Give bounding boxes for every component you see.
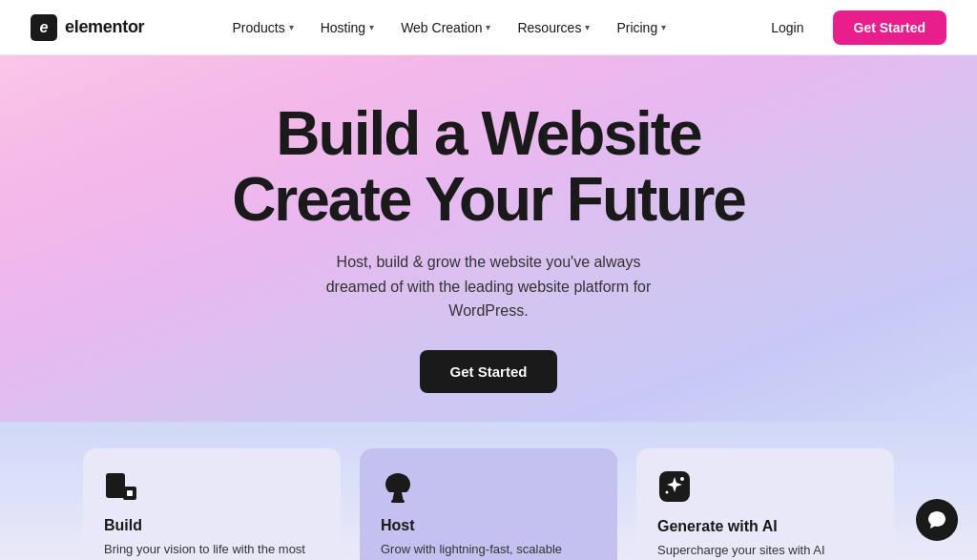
logo-icon: e [31, 14, 57, 41]
svg-rect-3 [391, 500, 405, 503]
chevron-down-icon: ▾ [369, 22, 374, 32]
nav-links: Products ▾ Hosting ▾ Web Creation ▾ Reso… [220, 14, 677, 41]
chevron-down-icon: ▾ [289, 22, 294, 32]
hero-section: Build a Website Create Your Future Host,… [0, 55, 977, 422]
get-started-nav-button[interactable]: Get Started [833, 10, 946, 45]
hero-cta-button[interactable]: Get Started [420, 350, 558, 393]
card-host-title: Host [381, 517, 596, 534]
logo-text: elementor [65, 17, 144, 37]
card-host[interactable]: Host Grow with lightning-fast, scalable … [360, 448, 617, 560]
card-build-title: Build [104, 517, 320, 534]
card-ai[interactable]: Generate with AI Supercharge your sites … [636, 448, 894, 560]
logo[interactable]: e elementor [31, 14, 144, 41]
nav-item-web-creation[interactable]: Web Creation ▾ [389, 14, 502, 41]
hero-title: Build a Website Create Your Future [232, 101, 745, 233]
navbar: e elementor Products ▾ Hosting ▾ Web Cre… [0, 0, 977, 55]
svg-point-5 [680, 477, 684, 481]
chevron-down-icon: ▾ [486, 22, 490, 32]
build-icon [104, 469, 320, 508]
card-build[interactable]: Build Bring your vision to life with the… [83, 448, 341, 560]
ai-icon [657, 469, 873, 508]
svg-point-6 [666, 491, 669, 494]
nav-item-pricing[interactable]: Pricing ▾ [605, 14, 677, 41]
nav-item-resources[interactable]: Resources ▾ [506, 14, 601, 41]
card-build-desc: Bring your vision to life with the most … [104, 540, 320, 560]
nav-item-products[interactable]: Products ▾ [220, 14, 304, 41]
feature-cards: Build Bring your vision to life with the… [0, 422, 977, 560]
host-icon [381, 469, 596, 508]
nav-actions: Login Get Started [754, 10, 946, 45]
login-button[interactable]: Login [754, 12, 821, 43]
chevron-down-icon: ▾ [585, 22, 590, 32]
nav-item-hosting[interactable]: Hosting ▾ [309, 14, 385, 41]
hero-subtitle: Host, build & grow the website you've al… [307, 250, 670, 323]
card-host-desc: Grow with lightning-fast, scalable Cloud… [381, 540, 596, 560]
card-ai-desc: Supercharge your sites with AI assisted … [657, 541, 873, 560]
svg-rect-2 [127, 490, 133, 496]
chat-button[interactable] [916, 499, 958, 541]
svg-rect-0 [106, 473, 125, 498]
chevron-down-icon: ▾ [661, 22, 666, 32]
card-ai-title: Generate with AI [657, 518, 873, 535]
